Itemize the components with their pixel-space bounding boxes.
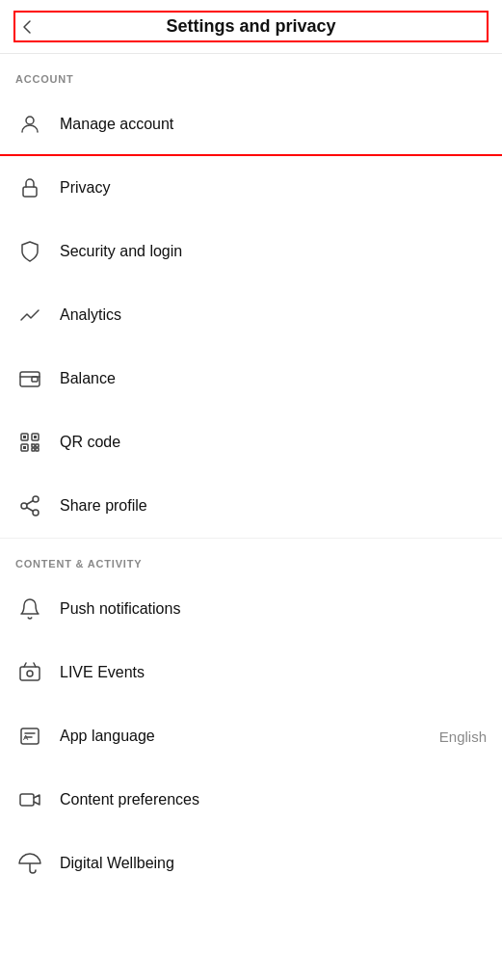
menu-item-push-notifications[interactable]: Push notifications	[0, 577, 502, 641]
menu-item-security-login[interactable]: Security and login	[0, 220, 502, 283]
menu-item-analytics[interactable]: Analytics	[0, 283, 502, 347]
share-profile-label: Share profile	[60, 497, 487, 515]
section-account: ACCOUNT Manage account Privacy Security …	[0, 54, 502, 538]
svg-rect-10	[23, 446, 26, 449]
svg-rect-2	[20, 372, 40, 386]
bell-icon	[15, 595, 44, 623]
person-icon	[15, 110, 44, 139]
app-language-label: App language	[60, 728, 439, 745]
qr-icon	[15, 428, 44, 457]
share-icon	[15, 491, 44, 520]
privacy-label: Privacy	[60, 179, 487, 197]
svg-rect-13	[36, 444, 39, 447]
menu-item-qr-code[interactable]: QR code	[0, 411, 502, 474]
menu-item-app-language[interactable]: A App language English	[0, 704, 502, 768]
page-title: Settings and privacy	[15, 13, 487, 40]
svg-rect-14	[32, 448, 35, 451]
header: Settings and privacy	[0, 0, 502, 54]
app-language-value: English	[439, 728, 487, 745]
menu-item-live-events[interactable]: LIVE Events	[0, 641, 502, 704]
menu-item-digital-wellbeing[interactable]: Digital Wellbeing	[0, 832, 502, 895]
security-login-label: Security and login	[60, 243, 487, 260]
section-content-activity: CONTENT & ACTIVITY Push notifications LI…	[0, 539, 502, 895]
menu-item-content-preferences[interactable]: Content preferences	[0, 768, 502, 832]
digital-wellbeing-label: Digital Wellbeing	[60, 855, 487, 872]
menu-item-manage-account[interactable]: Manage account	[0, 93, 502, 156]
live-icon	[15, 658, 44, 687]
back-icon	[15, 15, 39, 39]
svg-rect-15	[36, 448, 39, 451]
svg-text:A: A	[23, 733, 29, 742]
svg-line-19	[27, 508, 34, 512]
svg-rect-21	[20, 667, 40, 680]
back-button[interactable]	[15, 15, 39, 39]
menu-item-balance[interactable]: Balance	[0, 347, 502, 411]
svg-point-22	[27, 671, 33, 676]
analytics-label: Analytics	[60, 306, 487, 324]
content-preferences-label: Content preferences	[60, 791, 487, 808]
svg-point-0	[26, 117, 34, 124]
push-notifications-label: Push notifications	[60, 600, 487, 618]
svg-point-18	[33, 510, 39, 516]
svg-rect-12	[32, 444, 35, 447]
svg-point-17	[21, 503, 27, 509]
svg-line-20	[27, 501, 34, 505]
chart-icon	[15, 301, 44, 330]
section-label-account: ACCOUNT	[0, 54, 502, 93]
manage-account-label: Manage account	[60, 116, 487, 133]
shield-icon	[15, 237, 44, 266]
menu-item-privacy[interactable]: Privacy	[0, 156, 502, 220]
section-label-content-activity: CONTENT & ACTIVITY	[0, 539, 502, 577]
svg-rect-9	[34, 436, 37, 438]
umbrella-icon	[15, 849, 44, 878]
lock-icon	[15, 173, 44, 202]
qr-code-label: QR code	[60, 434, 487, 451]
language-icon: A	[15, 722, 44, 751]
menu-item-share-profile[interactable]: Share profile	[0, 474, 502, 538]
live-events-label: LIVE Events	[60, 664, 487, 681]
video-icon	[15, 785, 44, 814]
svg-rect-29	[20, 794, 34, 806]
balance-label: Balance	[60, 370, 487, 387]
wallet-icon	[15, 364, 44, 393]
svg-rect-8	[23, 436, 26, 438]
svg-point-16	[33, 496, 39, 502]
svg-rect-1	[23, 187, 37, 197]
